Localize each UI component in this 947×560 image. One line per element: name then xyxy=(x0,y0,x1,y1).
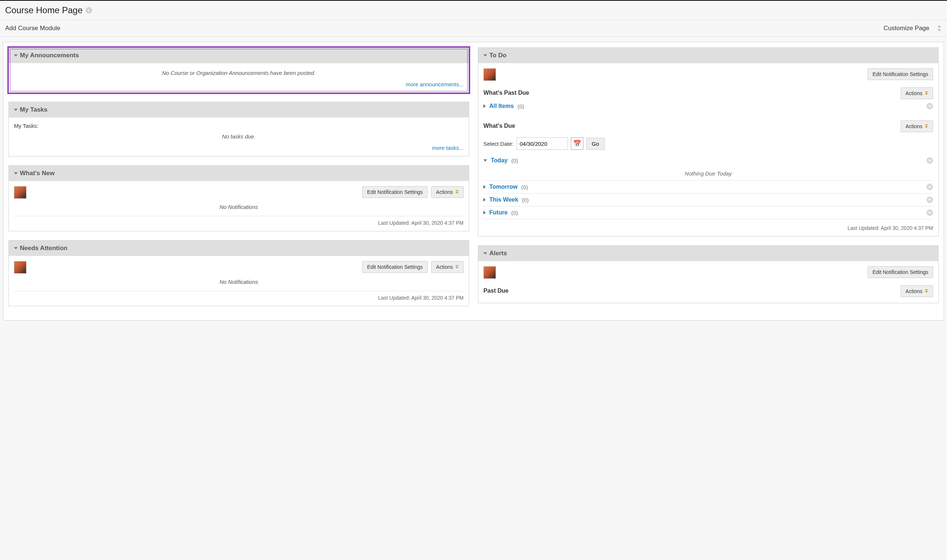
today-link: Today xyxy=(491,157,508,164)
actions-button[interactable]: Actions xyxy=(901,88,933,99)
expand-icon xyxy=(484,198,486,202)
action-bar-right: Customize Page xyxy=(884,25,942,32)
chevron-down-icon xyxy=(455,190,459,195)
collapse-icon xyxy=(484,159,487,162)
avatar xyxy=(14,186,26,198)
page-title-text: Course Home Page xyxy=(5,5,83,15)
whats-new-empty: No Notifications xyxy=(14,202,463,212)
avatar xyxy=(484,68,496,81)
edit-notification-settings-button[interactable]: Edit Notification Settings xyxy=(362,261,428,273)
edit-notification-settings-button[interactable]: Edit Notification Settings xyxy=(868,266,933,278)
edit-notification-settings-button[interactable]: Edit Notification Settings xyxy=(868,68,933,80)
tasks-module: My Tasks My Tasks: No tasks due. more ta… xyxy=(8,102,469,157)
chevron-down-icon xyxy=(925,125,928,129)
whats-new-title: What's New xyxy=(20,170,55,177)
this-week-row[interactable]: This Week (0) xyxy=(484,194,933,206)
whats-new-body: Edit Notification Settings Actions No No… xyxy=(9,181,469,231)
todo-updated: Last Updated: April 30, 2020 4:37 PM xyxy=(484,225,933,231)
chevron-down-icon xyxy=(455,265,459,269)
all-items-link: All Items xyxy=(489,103,514,109)
future-count: (0) xyxy=(511,210,518,216)
needs-attention-updated: Last Updated: April 30, 2020 4:37 PM xyxy=(14,295,463,301)
chevron-down-icon xyxy=(925,289,928,294)
divider xyxy=(14,216,463,216)
add-module-link[interactable]: Add Course Module xyxy=(5,25,60,32)
chevron-circle-icon[interactable] xyxy=(926,197,933,203)
action-bar: Add Course Module Customize Page xyxy=(0,20,947,37)
all-items-count: (0) xyxy=(517,103,524,109)
all-items-row[interactable]: All Items (0) xyxy=(484,100,933,112)
needs-attention-module: Needs Attention Edit Notification Settin… xyxy=(8,240,469,306)
edit-notification-settings-button[interactable]: Edit Notification Settings xyxy=(362,186,428,198)
actions-button[interactable]: Actions xyxy=(901,120,933,132)
this-week-count: (0) xyxy=(522,197,528,203)
calendar-icon[interactable]: 📅 xyxy=(571,137,583,150)
todo-module: To Do Edit Notification Settings What's … xyxy=(478,48,939,237)
alerts-title: Alerts xyxy=(489,250,507,257)
todo-header[interactable]: To Do xyxy=(478,48,938,63)
future-link: Future xyxy=(489,209,508,216)
tasks-body: My Tasks: No tasks due. more tasks... xyxy=(9,117,469,156)
whats-due-heading: What's Due xyxy=(484,123,515,129)
title-menu-icon[interactable]: ▾ xyxy=(86,7,92,14)
today-count: (0) xyxy=(511,157,518,164)
tasks-header[interactable]: My Tasks xyxy=(9,102,469,117)
actions-button[interactable]: Actions xyxy=(431,261,463,273)
alerts-past-due-heading: Past Due xyxy=(484,288,508,294)
future-row[interactable]: Future (0) xyxy=(484,206,933,219)
needs-attention-body: Edit Notification Settings Actions No No… xyxy=(9,256,469,306)
more-tasks-link[interactable]: more tasks... xyxy=(432,145,463,151)
date-input[interactable] xyxy=(516,137,568,150)
right-column: To Do Edit Notification Settings What's … xyxy=(478,48,939,312)
customize-page-link[interactable]: Customize Page xyxy=(884,25,929,32)
announcements-empty: No Course or Organization Announcements … xyxy=(14,68,463,78)
alerts-header[interactable]: Alerts xyxy=(478,246,938,261)
columns: My Announcements No Course or Organizati… xyxy=(8,48,939,315)
tasks-title: My Tasks xyxy=(20,106,48,114)
go-button[interactable]: Go xyxy=(586,138,605,150)
tasks-empty: No tasks due. xyxy=(14,132,463,142)
chevron-down-icon xyxy=(925,91,928,96)
collapse-icon xyxy=(14,247,18,249)
tomorrow-row[interactable]: Tomorrow (0) xyxy=(484,181,933,194)
reorder-icon[interactable] xyxy=(935,25,942,32)
divider xyxy=(14,291,463,291)
more-announcements-link[interactable]: more announcements... xyxy=(405,81,463,88)
page-title: Course Home Page ▾ xyxy=(5,5,942,15)
avatar xyxy=(484,266,496,279)
tomorrow-link: Tomorrow xyxy=(489,184,517,190)
module-container: My Announcements No Course or Organizati… xyxy=(3,42,944,321)
collapse-icon xyxy=(14,54,18,57)
nothing-due-today: Nothing Due Today xyxy=(484,167,933,181)
announcements-header[interactable]: My Announcements xyxy=(9,48,469,63)
whats-new-header[interactable]: What's New xyxy=(9,166,469,181)
todo-title: To Do xyxy=(489,52,507,59)
chevron-circle-icon[interactable] xyxy=(926,157,933,164)
today-row[interactable]: Today (0) xyxy=(484,154,933,167)
needs-attention-empty: No Notifications xyxy=(14,277,463,287)
left-column: My Announcements No Course or Organizati… xyxy=(8,48,469,315)
page-header: Course Home Page ▾ xyxy=(0,0,947,20)
chevron-circle-icon[interactable] xyxy=(926,103,933,109)
alerts-module: Alerts Edit Notification Settings Past D… xyxy=(478,245,939,303)
chevron-circle-icon[interactable] xyxy=(926,209,933,216)
tomorrow-count: (0) xyxy=(521,184,528,190)
this-week-link: This Week xyxy=(489,197,518,203)
date-picker-row: Select Date: 📅 Go xyxy=(484,137,933,150)
whats-new-module: What's New Edit Notification Settings Ac… xyxy=(8,165,469,231)
announcements-module: My Announcements No Course or Organizati… xyxy=(8,48,469,93)
actions-button[interactable]: Actions xyxy=(901,285,933,297)
announcements-title: My Announcements xyxy=(20,52,79,59)
alerts-body: Edit Notification Settings Past Due Acti… xyxy=(478,261,938,303)
announcements-body: No Course or Organization Announcements … xyxy=(9,63,469,92)
expand-icon xyxy=(484,104,486,108)
collapse-icon xyxy=(484,54,487,57)
past-due-heading: What's Past Due xyxy=(484,89,529,96)
actions-button[interactable]: Actions xyxy=(431,186,463,198)
collapse-icon xyxy=(14,172,18,174)
collapse-icon xyxy=(14,109,18,111)
chevron-circle-icon[interactable] xyxy=(926,184,933,190)
whats-new-updated: Last Updated: April 30, 2020 4:37 PM xyxy=(14,220,463,226)
expand-icon xyxy=(484,185,486,189)
needs-attention-header[interactable]: Needs Attention xyxy=(9,240,469,256)
